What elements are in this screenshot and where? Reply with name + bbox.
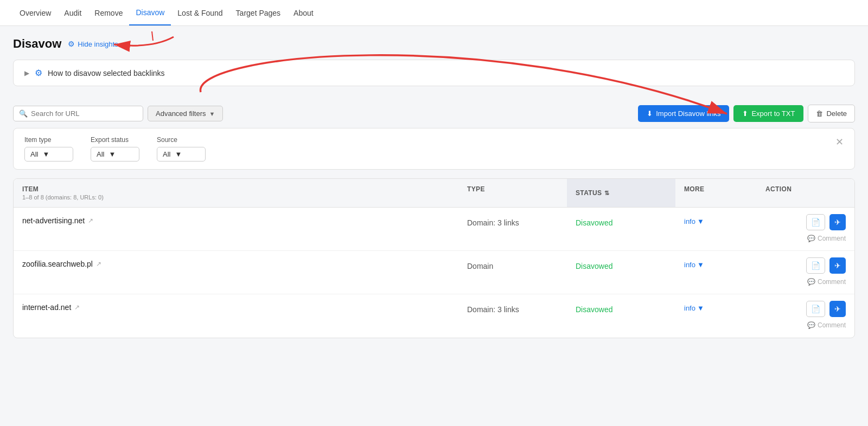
external-link-icon[interactable]: ↗ bbox=[96, 260, 101, 268]
chevron-down-icon: ▼ bbox=[42, 150, 49, 158]
row-1-info-button[interactable]: info ▼ bbox=[684, 217, 704, 225]
search-icon: 🔍 bbox=[19, 109, 28, 118]
row-3-info-button[interactable]: info ▼ bbox=[684, 304, 704, 312]
gear-icon: ⚙ bbox=[68, 40, 75, 48]
row-1-action-icons: 📄 ✈ bbox=[806, 214, 846, 230]
item-type-select[interactable]: All ▼ bbox=[24, 147, 73, 162]
row-1-action-cell: 📄 ✈ 💬 Comment bbox=[757, 208, 854, 249]
import-disavow-button[interactable]: ⬇ Import Disavow links bbox=[638, 105, 729, 122]
import-label: Import Disavow links bbox=[656, 109, 720, 118]
nav-remove[interactable]: Remove bbox=[88, 1, 129, 25]
row-2-status: Disavowed bbox=[567, 251, 675, 279]
row-2-item-cell: zoofilia.searchweb.pl ↗ bbox=[14, 251, 458, 277]
close-filter-panel-button[interactable]: ✕ bbox=[835, 136, 844, 148]
row-2-type: Domain bbox=[458, 251, 567, 279]
row-3-item-cell: internet-ad.net ↗ bbox=[14, 294, 458, 320]
row-2-domain: zoofilia.searchweb.pl bbox=[22, 260, 93, 268]
item-type-value: All bbox=[30, 150, 38, 158]
source-label: Source bbox=[157, 136, 206, 144]
col-item-label: Item bbox=[22, 185, 450, 193]
comment-label: Comment bbox=[818, 278, 846, 286]
row-3-comment-button[interactable]: 💬 Comment bbox=[807, 321, 846, 329]
col-item-sub: 1–8 of 8 (domains: 8, URLs: 0) bbox=[22, 194, 450, 201]
row-3-status: Disavowed bbox=[567, 294, 675, 322]
nav-about[interactable]: About bbox=[287, 1, 320, 25]
external-link-icon[interactable]: ↗ bbox=[88, 217, 93, 224]
insights-card: ▶ ⚙ How to disavow selected backlinks bbox=[13, 60, 855, 86]
export-status-filter: Export status All ▼ bbox=[91, 136, 139, 162]
row-3-copy-button[interactable]: 📄 bbox=[806, 301, 825, 317]
row-1-copy-button[interactable]: 📄 bbox=[806, 214, 825, 230]
table-row: zoofilia.searchweb.pl ↗ Domain Disavowed… bbox=[14, 251, 854, 294]
settings-icon: ⚙ bbox=[35, 68, 42, 78]
export-txt-button[interactable]: ⬆ Export to TXT bbox=[733, 105, 803, 122]
comment-icon: 💬 bbox=[807, 278, 815, 286]
row-2-comment-button[interactable]: 💬 Comment bbox=[807, 278, 846, 286]
row-1-send-button[interactable]: ✈ bbox=[829, 214, 846, 230]
nav-audit[interactable]: Audit bbox=[58, 1, 88, 25]
source-select[interactable]: All ▼ bbox=[157, 147, 206, 162]
hide-insights-button[interactable]: ⚙ Hide insights bbox=[68, 40, 118, 48]
row-2-more: info ▼ bbox=[675, 251, 757, 277]
chevron-down-icon: ▼ bbox=[697, 217, 704, 225]
row-2-action-icons: 📄 ✈ bbox=[806, 257, 846, 274]
row-1-status: Disavowed bbox=[567, 208, 675, 236]
row-3-action-icons: 📄 ✈ bbox=[806, 301, 846, 317]
filter-icon[interactable]: ⇅ bbox=[604, 190, 609, 197]
download-icon: ⬇ bbox=[647, 109, 653, 118]
comment-icon: 💬 bbox=[807, 321, 815, 329]
export-label: Export to TXT bbox=[751, 109, 795, 118]
top-nav: Overview Audit Remove Disavow Lost & Fou… bbox=[0, 0, 868, 26]
table-row: net-advertising.net ↗ Domain: 3 links Di… bbox=[14, 208, 854, 251]
chevron-down-icon: ▼ bbox=[108, 150, 116, 158]
item-type-label: Item type bbox=[24, 136, 73, 144]
export-status-value: All bbox=[97, 150, 104, 158]
search-box: 🔍 bbox=[13, 106, 143, 121]
advanced-filters-button[interactable]: Advanced filters ▼ bbox=[148, 106, 223, 121]
export-status-label: Export status bbox=[91, 136, 139, 144]
row-3-action-cell: 📄 ✈ 💬 Comment bbox=[757, 294, 854, 335]
delete-button[interactable]: 🗑 Delete bbox=[808, 105, 855, 122]
search-input[interactable] bbox=[31, 109, 137, 118]
row-1-item-cell: net-advertising.net ↗ bbox=[14, 208, 458, 234]
table-header-row: Item 1–8 of 8 (domains: 8, URLs: 0) Type… bbox=[14, 179, 854, 208]
row-3-type: Domain: 3 links bbox=[458, 294, 567, 322]
row-3-send-button[interactable]: ✈ bbox=[829, 301, 846, 317]
column-item: Item 1–8 of 8 (domains: 8, URLs: 0) bbox=[14, 179, 458, 207]
row-2-action-cell: 📄 ✈ 💬 Comment bbox=[757, 251, 854, 292]
info-label: info bbox=[684, 261, 695, 269]
table-row: internet-ad.net ↗ Domain: 3 links Disavo… bbox=[14, 294, 854, 338]
comment-label: Comment bbox=[818, 235, 846, 242]
column-action: Action bbox=[757, 179, 854, 207]
nav-disavow[interactable]: Disavow bbox=[129, 1, 171, 25]
row-3-more: info ▼ bbox=[675, 294, 757, 321]
row-2-send-button[interactable]: ✈ bbox=[829, 257, 846, 274]
row-2-info-button[interactable]: info ▼ bbox=[684, 261, 704, 269]
page-title: Disavow bbox=[13, 37, 61, 51]
nav-lost-found[interactable]: Lost & Found bbox=[171, 1, 229, 25]
insights-toggle-btn[interactable]: ▶ bbox=[24, 69, 29, 77]
export-status-select[interactable]: All ▼ bbox=[91, 147, 139, 162]
trash-icon: 🗑 bbox=[816, 109, 823, 118]
comment-label: Comment bbox=[818, 321, 846, 329]
filter-panel: Item type All ▼ Export status All ▼ Sour… bbox=[13, 128, 855, 170]
column-more: More bbox=[675, 179, 757, 207]
nav-target-pages[interactable]: Target Pages bbox=[229, 1, 288, 25]
item-type-filter: Item type All ▼ bbox=[24, 136, 73, 162]
row-1-type: Domain: 3 links bbox=[458, 208, 567, 236]
hide-insights-label: Hide insights bbox=[78, 40, 118, 48]
info-label: info bbox=[684, 217, 695, 225]
row-1-comment-button[interactable]: 💬 Comment bbox=[807, 235, 846, 242]
external-link-icon[interactable]: ↗ bbox=[74, 304, 80, 311]
source-value: All bbox=[163, 150, 170, 158]
row-1-domain: net-advertising.net bbox=[22, 216, 85, 225]
disavow-table: Item 1–8 of 8 (domains: 8, URLs: 0) Type… bbox=[13, 178, 855, 338]
chevron-down-icon: ▼ bbox=[209, 111, 215, 117]
upload-icon: ⬆ bbox=[742, 109, 748, 118]
advanced-filters-label: Advanced filters bbox=[156, 109, 206, 118]
column-type: Type bbox=[458, 179, 567, 207]
chevron-down-icon: ▼ bbox=[697, 261, 704, 269]
insights-text: How to disavow selected backlinks bbox=[48, 69, 165, 78]
nav-overview[interactable]: Overview bbox=[13, 1, 58, 25]
row-2-copy-button[interactable]: 📄 bbox=[806, 257, 825, 274]
